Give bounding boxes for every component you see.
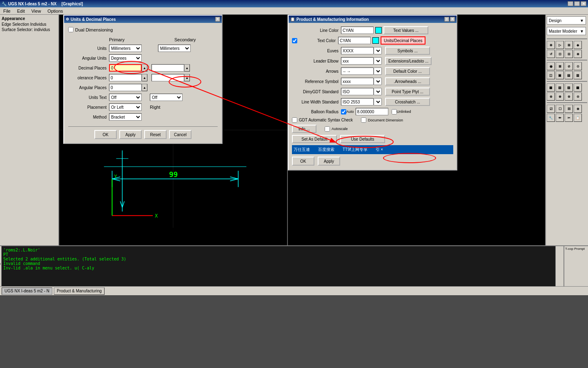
tool-btn-19[interactable]: ▨ <box>565 83 573 92</box>
use-defaults-button[interactable]: Use Defaults <box>340 135 385 143</box>
balloon-radius-input[interactable] <box>356 108 388 115</box>
console-scrollbar[interactable] <box>555 246 564 286</box>
menu-edit[interactable]: Edit <box>16 8 27 14</box>
decimal-places-primary-input[interactable] <box>109 64 142 72</box>
tool-btn-5[interactable]: ↺ <box>547 50 555 58</box>
tool-btn-23[interactable]: ⊜ <box>565 92 573 101</box>
decimal-places-secondary-spinner[interactable]: ▲ <box>184 64 190 72</box>
master-modeler-dropdown[interactable]: Master Modeler ▼ <box>547 27 586 35</box>
decimal-places-spinner-up[interactable]: ▲ <box>142 64 147 72</box>
angular-places-spinner[interactable]: ▲ <box>142 84 147 91</box>
viewport-right[interactable]: 📋 Product & Manufacturing Information ? … <box>288 15 545 245</box>
tool-btn-16[interactable]: ▥ <box>574 71 582 79</box>
pmi-apply-button[interactable]: Apply <box>318 157 340 166</box>
tool-btn-9[interactable]: ◉ <box>547 62 555 70</box>
extensions-button[interactable]: Extensions/Leadsto ... <box>385 57 432 65</box>
units-text-primary-select[interactable]: Off On <box>109 94 142 101</box>
tool-btn-7[interactable]: ⊟ <box>565 50 573 58</box>
dim-gdt-input[interactable] <box>341 88 374 95</box>
tool-btn-13[interactable]: ◫ <box>547 71 555 79</box>
viewport-left[interactable]: 99 X Y <box>59 15 288 245</box>
tool-btn-26[interactable]: ☐ <box>556 105 564 113</box>
tool-btn-20[interactable]: ▩ <box>574 83 582 92</box>
tool-btn-2[interactable]: ▷ <box>556 41 564 49</box>
menu-file[interactable]: File <box>2 8 12 14</box>
tool-btn-8[interactable]: ⊗ <box>574 50 582 58</box>
units-decimal-places-button[interactable]: Units/Decimal Places <box>381 36 425 45</box>
method-select[interactable]: Bracket Parentheses <box>109 113 142 121</box>
design-dropdown[interactable]: Design ▼ <box>547 16 586 25</box>
units-reset-button[interactable]: Reset <box>144 130 167 139</box>
tool-btn-4[interactable]: ◈ <box>574 41 582 49</box>
dual-dim-checkbox[interactable] <box>68 27 74 32</box>
autoscale-checkbox[interactable] <box>325 126 330 132</box>
tool-btn-12[interactable]: ⊙ <box>574 62 582 70</box>
units-secondary-select[interactable]: Millimeters Inches <box>158 45 191 52</box>
units-dialog-close[interactable]: ✕ <box>215 17 220 22</box>
tool-btn-28[interactable]: ⊕ <box>574 105 582 113</box>
taskbar-btn-nx[interactable]: UGS NX I-deas 5 m2 - N <box>2 287 52 295</box>
text-color-input[interactable] <box>338 37 371 44</box>
arrowheads-button[interactable]: .Arrowheads ... <box>385 77 430 85</box>
tool-btn-14[interactable]: ▣ <box>556 71 564 79</box>
leader-elbow-select[interactable]: ▼ <box>374 57 382 65</box>
tool-btn-1[interactable]: ⊕ <box>547 41 555 49</box>
euves-select[interactable]: ▼ <box>374 47 382 54</box>
tool-btn-3[interactable]: ⊞ <box>565 41 573 49</box>
info-button[interactable]: Info ... <box>292 125 316 133</box>
tool-btn-25[interactable]: ☑ <box>547 105 555 113</box>
taskbar-btn-pmi[interactable]: Product & Manufacturing <box>54 287 105 295</box>
unlinked-checkbox[interactable] <box>392 109 397 114</box>
maximize-button[interactable]: □ <box>574 1 580 6</box>
text-color-checkbox[interactable] <box>292 38 297 43</box>
leader-elbow-input[interactable] <box>341 57 374 65</box>
line-width-select[interactable]: ▼ <box>374 98 382 105</box>
tool-btn-11[interactable]: ⊘ <box>565 62 573 70</box>
units-apply-button[interactable]: Apply <box>119 130 142 139</box>
tool-btn-24[interactable]: ⊝ <box>574 92 582 101</box>
crosshatch-button[interactable]: Crosshatch ... <box>385 98 430 106</box>
point-type-button[interactable]: Point Type Plyt ... <box>385 88 430 96</box>
menu-view[interactable]: View <box>30 8 43 14</box>
set-defaults-button[interactable]: Set As Default <box>292 135 337 143</box>
tool-btn-21[interactable]: ⊚ <box>547 92 555 101</box>
euves-input[interactable] <box>341 47 374 54</box>
minimize-button[interactable]: _ <box>568 1 573 6</box>
menu-options[interactable]: Options <box>46 8 65 14</box>
tolerance-secondary-spinner[interactable]: ▲ <box>184 74 190 81</box>
units-ok-button[interactable]: OK <box>94 130 117 139</box>
tool-btn-29[interactable]: 🔧 <box>547 114 555 122</box>
document-dim-checkbox[interactable] <box>361 117 366 123</box>
tool-btn-31[interactable]: ✂ <box>565 114 573 122</box>
dim-gdt-select[interactable]: ▼ <box>374 88 382 95</box>
tool-btn-17[interactable]: ▦ <box>547 83 555 92</box>
symbols-button[interactable]: Symbols ... <box>385 47 430 55</box>
tolerance-places-primary-input[interactable] <box>109 74 142 81</box>
tolerance-places-spinner[interactable]: ▲ <box>142 74 147 81</box>
tool-btn-10[interactable]: ⊠ <box>556 62 564 70</box>
tool-btn-32[interactable]: 📋 <box>574 114 582 122</box>
units-cancel-button[interactable]: Cancel <box>169 130 192 139</box>
line-width-input[interactable] <box>341 98 374 105</box>
tool-btn-22[interactable]: ⊛ <box>556 92 564 101</box>
tolerance-places-secondary-input[interactable] <box>151 74 184 81</box>
angular-units-select[interactable]: Degrees Radians <box>109 54 142 62</box>
default-color-button[interactable]: Default Color ... <box>385 67 430 75</box>
ref-symbol-input[interactable] <box>341 78 374 85</box>
text-values-button[interactable]: Text Values ... <box>383 26 428 34</box>
tool-btn-6[interactable]: ⊡ <box>556 50 564 58</box>
tool-btn-15[interactable]: ▤ <box>565 71 573 79</box>
close-button[interactable]: ✕ <box>581 1 586 6</box>
tool-btn-18[interactable]: ▧ <box>556 83 564 92</box>
tool-btn-27[interactable]: ☒ <box>565 105 573 113</box>
placement-select[interactable]: Or Left Or Right Below <box>109 103 142 111</box>
tool-btn-30[interactable]: ✏ <box>556 114 564 122</box>
line-color-input[interactable] <box>341 27 374 34</box>
arrows-select[interactable]: ▼ <box>374 67 382 75</box>
angular-places-primary-input[interactable] <box>109 84 142 91</box>
gdt-check-checkbox[interactable] <box>292 117 297 123</box>
units-text-secondary-select[interactable]: Off On <box>150 94 183 101</box>
pmi-dialog-close[interactable]: ✕ <box>450 17 455 22</box>
ref-symbol-select[interactable]: ▼ <box>374 78 382 85</box>
pmi-dialog-help[interactable]: ? <box>444 17 449 22</box>
